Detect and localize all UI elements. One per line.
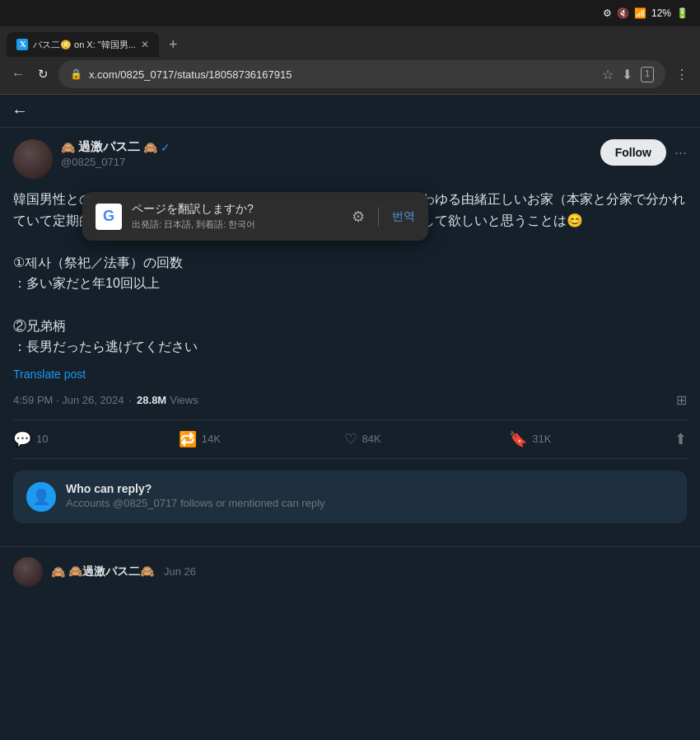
- avatar-image: [13, 139, 53, 179]
- emoji-right: 🙈: [143, 141, 157, 154]
- avatar[interactable]: [13, 139, 53, 179]
- peek-name-row: 🙈 🙈過激パス二🙈 Jun 26: [51, 564, 196, 579]
- tab-bar: 𝕏 パス二😳 on X: "韓国男... ✕ +: [0, 26, 700, 58]
- follow-button[interactable]: Follow: [600, 139, 666, 166]
- profile-actions: Follow ···: [600, 139, 687, 166]
- peek-avatar: [13, 557, 43, 587]
- tab-count-icon[interactable]: 1: [641, 67, 654, 82]
- bookmark-icon: 🔖: [509, 430, 527, 448]
- tab-label: パス二😳 on X: "韓国男...: [33, 39, 136, 51]
- battery-icon: 🔋: [676, 7, 688, 19]
- google-translate-icon: G: [96, 204, 122, 230]
- download-icon[interactable]: ⬇: [622, 67, 632, 82]
- address-bar-actions: ☆ ⬇ 1: [602, 67, 654, 82]
- display-name-row: 🙈 過激パス二 🙈 ✓: [61, 139, 592, 155]
- analytics-icon[interactable]: ⊞: [676, 392, 687, 408]
- bottom-peek: 🙈 🙈過激パス二🙈 Jun 26: [0, 546, 700, 597]
- tab-close-button[interactable]: ✕: [141, 39, 149, 50]
- translate-banner: G ページを翻訳しますか? 出発語: 日本語, 到着語: 한국어 ⚙ 번역: [82, 192, 428, 241]
- share-button[interactable]: ⬆: [674, 430, 687, 448]
- tweet-views-label: Views: [170, 394, 198, 406]
- signal-icon: 📶: [634, 7, 646, 19]
- profile-row: 🙈 過激パス二 🙈 ✓ @0825_0717 Follow ···: [13, 139, 687, 179]
- tweet-timestamp: 4:59 PM · Jun 26, 2024: [13, 394, 124, 406]
- display-name: 過激パス二: [78, 139, 140, 155]
- verified-badge: ✓: [161, 141, 170, 154]
- peek-info: 🙈 🙈過激パス二🙈 Jun 26: [51, 564, 196, 579]
- emoji-left: 🙈: [61, 141, 75, 154]
- comment-button[interactable]: 💬 10: [13, 430, 179, 448]
- address-bar-row: ← ↻ 🔒 x.com/0825_0717/status/18058736167…: [0, 58, 700, 94]
- more-options-button[interactable]: ···: [674, 144, 687, 162]
- address-bar[interactable]: 🔒 x.com/0825_0717/status/18058736167915 …: [58, 60, 665, 88]
- username[interactable]: @0825_0717: [61, 156, 592, 168]
- translate-subtitle: 出発語: 日本語, 到着語: 한국어: [132, 218, 342, 231]
- reply-text: Who can reply? Accounts @0825_0717 follo…: [66, 482, 325, 509]
- translate-text: ページを翻訳しますか? 出発語: 日本語, 到着語: 한국어: [132, 202, 342, 231]
- retweet-button[interactable]: 🔁 14K: [179, 430, 344, 448]
- browser-chrome: 𝕏 パス二😳 on X: "韓国男... ✕ + ← ↻ 🔒 x.com/082…: [0, 26, 700, 95]
- comment-icon: 💬: [13, 430, 31, 448]
- new-tab-button[interactable]: +: [162, 36, 184, 54]
- reply-restriction-subtitle: Accounts @0825_0717 follows or mentioned…: [66, 497, 325, 509]
- active-tab[interactable]: 𝕏 パス二😳 on X: "韓国男... ✕: [7, 32, 159, 57]
- battery-text: 12%: [651, 7, 671, 19]
- tweet-area: 🙈 過激パス二 🙈 ✓ @0825_0717 Follow ··· 韓国男性との…: [0, 128, 700, 546]
- back-arrow-button[interactable]: ←: [12, 101, 28, 120]
- like-count: 84K: [362, 433, 381, 445]
- engagement-row: 💬 10 🔁 14K ♡ 84K 🔖 31K ⬆: [13, 419, 687, 459]
- tweet-meta: 4:59 PM · Jun 26, 2024 · 28.8M Views ⊞: [13, 392, 687, 408]
- bookmark-count: 31K: [532, 433, 551, 445]
- status-icons: ⚙ 🔇 📶 12% 🔋: [603, 7, 688, 19]
- tweet-views-count: 28.8M: [137, 394, 166, 406]
- retweet-count: 14K: [202, 433, 221, 445]
- peek-date: Jun 26: [164, 565, 196, 578]
- profile-info: 🙈 過激パス二 🙈 ✓ @0825_0717: [61, 139, 592, 168]
- translate-button[interactable]: 번역: [392, 209, 415, 224]
- translate-settings-icon[interactable]: ⚙: [352, 208, 365, 226]
- bluetooth-icon: ⚙: [603, 7, 612, 19]
- reload-button[interactable]: ↻: [35, 63, 52, 85]
- translate-post-link[interactable]: Translate post: [13, 368, 687, 381]
- peek-display-name: 🙈過激パス二🙈: [68, 564, 154, 579]
- like-button[interactable]: ♡ 84K: [344, 430, 510, 448]
- twitter-nav: ←: [0, 95, 700, 128]
- sound-icon: 🔇: [617, 7, 629, 19]
- reply-restriction-title: Who can reply?: [66, 482, 325, 495]
- url-display: x.com/0825_0717/status/18058736167915: [89, 68, 595, 81]
- person-icon: 👤: [32, 488, 50, 506]
- lock-icon: 🔒: [70, 68, 82, 80]
- bookmark-button[interactable]: 🔖 31K: [509, 430, 674, 448]
- star-icon[interactable]: ☆: [602, 67, 614, 82]
- retweet-icon: 🔁: [179, 430, 197, 448]
- comment-count: 10: [36, 433, 48, 445]
- translate-divider: [378, 207, 379, 227]
- translate-title: ページを翻訳しますか?: [132, 202, 342, 217]
- reply-restriction-box: 👤 Who can reply? Accounts @0825_0717 fol…: [13, 471, 687, 523]
- browser-menu-button[interactable]: ⋮: [672, 63, 692, 86]
- status-bar: ⚙ 🔇 📶 12% 🔋: [0, 0, 700, 26]
- back-button[interactable]: ←: [8, 63, 28, 85]
- reply-restriction-icon: 👤: [26, 482, 56, 512]
- page-content: G ページを翻訳しますか? 出発語: 日本語, 到着語: 한국어 ⚙ 번역 ← …: [0, 95, 700, 740]
- heart-icon: ♡: [344, 430, 357, 448]
- tab-favicon: 𝕏: [16, 39, 28, 50]
